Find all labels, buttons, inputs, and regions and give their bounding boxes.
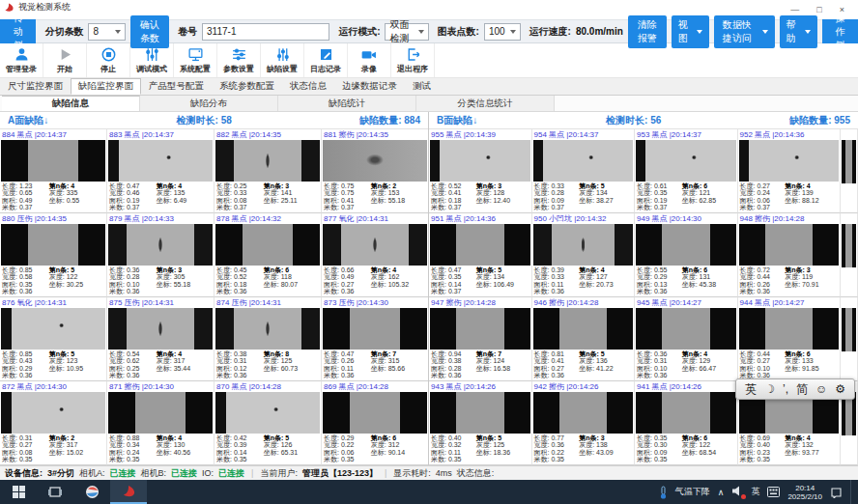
defect-cell[interactable]: 945 黑点 |20:14:27长度: 0.36宽度: 0.31面积: 0.10… xyxy=(635,297,738,381)
sub-tab-2[interactable]: 缺陷统计 xyxy=(278,96,416,111)
defect-image[interactable] xyxy=(1,392,105,434)
action-button-3[interactable]: 调试模式 xyxy=(130,43,174,77)
defect-image[interactable] xyxy=(215,224,320,266)
action-button-5[interactable]: 参数设置 xyxy=(217,43,261,77)
run-mode-select[interactable]: 双面检测 xyxy=(385,23,428,41)
tray-chevron-up[interactable]: ∧ xyxy=(718,488,725,497)
action-button-4[interactable]: 系统配置 xyxy=(174,43,217,77)
sub-tab-0[interactable]: 缺陷信息 xyxy=(2,96,140,111)
maximize-button[interactable]: □ xyxy=(816,6,821,14)
thermometer-icon[interactable] xyxy=(659,486,668,499)
defect-image[interactable] xyxy=(533,224,634,266)
main-tab-4[interactable]: 状态信息 xyxy=(282,78,334,95)
start-button[interactable] xyxy=(0,480,37,504)
defect-image[interactable] xyxy=(1,308,105,350)
help-menu-button[interactable]: 帮助 xyxy=(780,15,817,48)
action-button-8[interactable]: 录像 xyxy=(348,43,391,77)
speaker-button[interactable] xyxy=(731,486,743,498)
defect-image[interactable] xyxy=(430,224,530,266)
panel-b-title[interactable]: B面缺陷↓ xyxy=(437,114,477,127)
defect-cell[interactable]: 947 擦伤 |20:14:28长度: 0.94宽度: 0.38面积: 0.28… xyxy=(429,297,532,381)
action-button-1[interactable]: 开始 xyxy=(43,43,87,77)
action-button-9[interactable]: 退出程序 xyxy=(391,43,435,77)
task-view-button[interactable] xyxy=(37,480,73,504)
view-menu-button[interactable]: 视图 xyxy=(672,15,709,48)
defect-image[interactable] xyxy=(739,140,840,182)
defect-image[interactable] xyxy=(215,140,320,182)
defect-cell[interactable]: 941 黑点 |20:14:26长度: 0.35宽度: 0.30面积: 0.09… xyxy=(635,381,738,465)
defect-cell[interactable]: 872 黑点 |20:14:30长度: 0.31宽度: 0.27面积: 0.08… xyxy=(0,381,107,465)
defect-cell[interactable]: 875 压伤 |20:14:31长度: 0.54宽度: 0.62面积: 0.25… xyxy=(107,297,214,381)
defect-image[interactable] xyxy=(430,308,530,350)
defect-image[interactable] xyxy=(108,140,213,182)
defect-image[interactable] xyxy=(1,140,105,182)
action-button-0[interactable]: 管理登录 xyxy=(0,43,43,77)
defect-image[interactable] xyxy=(108,224,213,266)
defect-cell[interactable]: 884 黑点 |20:14:37长度: 1.23宽度: 0.65面积: 0.49… xyxy=(0,129,107,213)
main-tab-3[interactable]: 系统参数配置 xyxy=(212,78,282,95)
defect-image[interactable] xyxy=(636,308,736,350)
defect-cell[interactable]: 881 擦伤 |20:14:35长度: 0.75宽度: 0.75面积: 0.41… xyxy=(322,129,429,213)
defect-cell[interactable]: 882 黑点 |20:14:35长度: 0.25宽度: 0.33面积: 0.08… xyxy=(214,129,322,213)
defect-cell[interactable]: 951 黑点 |20:14:36长度: 0.47宽度: 0.35面积: 0.14… xyxy=(429,213,532,297)
notification-icon[interactable] xyxy=(830,487,843,498)
defect-image[interactable] xyxy=(533,308,634,350)
minimize-button[interactable]: — xyxy=(790,6,799,14)
chart-points-select[interactable]: 100 xyxy=(484,23,521,41)
ime-settings-gear-icon[interactable]: ⚙ xyxy=(835,379,845,399)
defect-image[interactable] xyxy=(636,392,736,434)
defect-cell[interactable]: 877 氧化 |20:14:31长度: 0.66宽度: 0.49面积: 0.27… xyxy=(322,213,429,297)
defect-cell[interactable]: 869 黑点 |20:14:28长度: 0.29宽度: 0.22面积: 0.06… xyxy=(322,381,429,465)
inspection-app-button[interactable] xyxy=(110,480,147,504)
sub-tab-3[interactable]: 分类信息统计 xyxy=(416,96,555,111)
defect-image[interactable] xyxy=(533,140,634,182)
defect-cell[interactable]: 944 黑点 |20:14:27长度: 0.44宽度: 0.27面积: 0.10… xyxy=(738,297,842,381)
defect-image[interactable] xyxy=(636,140,736,182)
defect-cell[interactable]: 873 压伤 |20:14:30长度: 0.47宽度: 0.26面积: 0.11… xyxy=(322,297,429,381)
defect-cell[interactable]: 954 黑点 |20:14:37长度: 0.33宽度: 0.28面积: 0.09… xyxy=(532,129,636,213)
defect-cell[interactable]: 953 黑点 |20:14:37长度: 0.61宽度: 0.35面积: 0.19… xyxy=(635,129,738,213)
main-tab-5[interactable]: 边缘数据记录 xyxy=(334,78,405,95)
show-desktop-button[interactable] xyxy=(850,480,855,504)
language-indicator[interactable]: 英 xyxy=(751,486,759,498)
main-tab-1[interactable]: 缺陷监控界面 xyxy=(71,78,141,95)
defect-image[interactable] xyxy=(323,392,427,434)
defect-cell[interactable]: 871 擦伤 |20:14:30长度: 0.88宽度: 0.34面积: 0.24… xyxy=(107,381,214,465)
defect-cell[interactable]: 874 压伤 |20:14:31长度: 0.38宽度: 0.31面积: 0.12… xyxy=(214,297,322,381)
defect-image[interactable] xyxy=(430,392,530,434)
main-tab-0[interactable]: 尺寸监控界面 xyxy=(0,78,71,95)
defect-image[interactable] xyxy=(1,224,105,266)
quick-access-menu-button[interactable]: 数据快捷访问 xyxy=(714,15,775,48)
defect-image[interactable] xyxy=(323,224,427,266)
defect-image[interactable] xyxy=(430,140,530,182)
defect-cell[interactable]: 870 黑点 |20:14:28长度: 0.42宽度: 0.39面积: 0.14… xyxy=(214,381,322,465)
defect-image[interactable] xyxy=(215,392,320,434)
defect-image[interactable] xyxy=(323,140,427,182)
defect-image[interactable] xyxy=(739,224,840,266)
defect-cell[interactable]: 943 黑点 |20:14:26长度: 0.40宽度: 0.32面积: 0.11… xyxy=(429,381,532,465)
main-tab-6[interactable]: 测试 xyxy=(405,78,439,95)
ime-emoji-icon[interactable]: ☺ xyxy=(815,379,827,399)
defect-cell[interactable]: 879 黑点 |20:14:33长度: 0.36宽度: 0.28面积: 0.10… xyxy=(107,213,214,297)
defect-image[interactable] xyxy=(108,308,213,350)
strip-count-select[interactable]: 8 xyxy=(88,23,126,41)
weather-text[interactable]: 气温下降 xyxy=(675,486,710,498)
action-button-6[interactable]: 缺陷设置 xyxy=(261,43,304,77)
defect-cell[interactable]: 878 黑点 |20:14:32长度: 0.45宽度: 0.52面积: 0.18… xyxy=(214,213,322,297)
sub-tab-1[interactable]: 缺陷分布 xyxy=(140,96,278,111)
drive-side-button[interactable]: 传动侧 xyxy=(0,19,36,43)
defect-image[interactable] xyxy=(215,308,320,350)
defect-image[interactable] xyxy=(323,308,427,350)
ime-simplified[interactable]: 简 xyxy=(796,379,808,399)
ime-keyboard-icon[interactable] xyxy=(767,487,780,497)
operation-side-button[interactable]: 操作侧 xyxy=(822,19,858,43)
defect-cell[interactable]: 948 擦伤 |20:14:28长度: 0.72宽度: 0.44面积: 0.26… xyxy=(738,213,842,297)
defect-cell[interactable]: 880 压伤 |20:14:35长度: 0.85宽度: 0.58面积: 0.35… xyxy=(0,213,107,297)
roll-number-input[interactable]: 3117-1 xyxy=(202,23,329,41)
action-button-7[interactable]: 日志记录 xyxy=(304,43,348,77)
defect-cell[interactable]: 942 擦伤 |20:14:26长度: 0.77宽度: 0.36面积: 0.22… xyxy=(532,381,636,465)
defect-cell[interactable]: 876 氧化 |20:14:31长度: 0.85宽度: 0.43面积: 0.29… xyxy=(0,297,107,381)
ime-lang-mode[interactable]: 英 xyxy=(745,379,757,399)
defect-image[interactable] xyxy=(739,308,840,350)
defect-cell[interactable]: 950 小凹坑 |20:14:32长度: 0.39宽度: 0.33面积: 0.1… xyxy=(532,213,636,297)
